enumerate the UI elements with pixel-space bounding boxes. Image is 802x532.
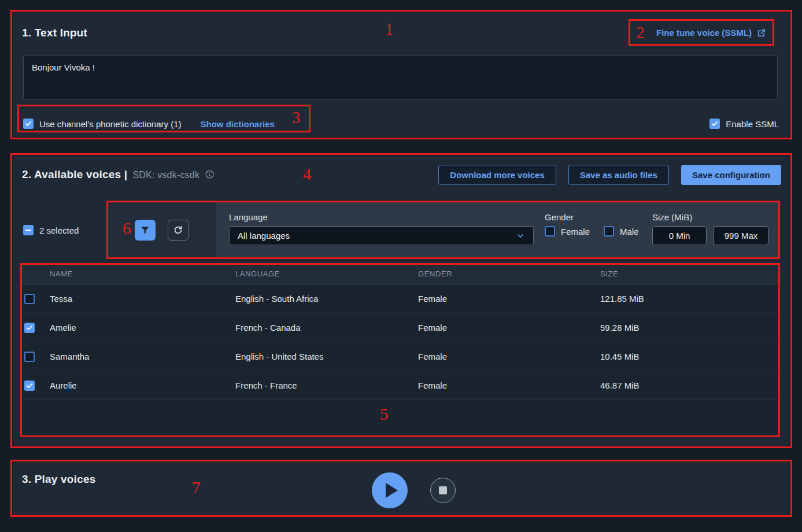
available-voices-title: 2. Available voices | SDK: vsdk-csdk [22,168,215,181]
external-link-icon [757,28,766,38]
voices-table-header: NAME LANGUAGE GENDER SIZE [20,264,781,285]
male-filter-item: Male [604,226,639,237]
male-label: Male [620,227,639,237]
voice-language: French - France [235,380,418,390]
refresh-icon [173,225,183,235]
chevron-down-icon [516,231,525,241]
male-checkbox[interactable] [604,226,614,237]
enable-ssml-group: Enable SSML [709,119,779,129]
voice-gender: Female [418,323,600,332]
stop-icon [439,486,447,494]
voice-name: Aurelie [50,380,235,390]
voice-gender: Female [418,294,600,304]
voice-name: Amelie [50,323,235,332]
voice-size: 10.45 MiB [600,352,781,361]
fine-tune-voice-label: Fine tune voice (SSML) [656,28,752,38]
filter-fields-group: Language All languages Gender Female [216,201,780,259]
voice-language: English - South Africa [235,294,418,304]
available-voices-title-text: 2. Available voices | [22,168,127,181]
header-name: NAME [50,269,235,278]
gender-filter-group: Female Male [545,226,639,237]
enable-ssml-label: Enable SSML [726,119,779,129]
female-label: Female [561,227,590,237]
voice-language: English - United States [235,352,418,361]
voice-row[interactable]: TessaEnglish - South AfricaFemale121.85 … [20,285,781,313]
info-icon[interactable] [205,169,215,182]
voice-gender: Female [418,352,600,361]
header-size: SIZE [600,269,781,278]
voice-name: Tessa [50,294,235,304]
header-gender: GENDER [418,269,600,278]
voices-actions: Download more voices Save as audio files… [438,165,781,185]
save-configuration-button[interactable]: Save configuration [681,165,781,185]
phonetic-dictionary-label: Use channel's phonetic dictionary (1) [39,119,182,129]
voice-row-checkbox[interactable] [24,352,35,362]
selected-count-label: 2 selected [39,226,79,235]
voice-gender: Female [418,380,600,390]
female-checkbox[interactable] [545,226,555,237]
refresh-button[interactable] [168,220,189,241]
selection-summary: 2 selected [23,225,79,235]
enable-ssml-checkbox[interactable] [709,119,720,129]
play-voices-title: 3. Play voices [22,473,95,486]
play-voices-panel: 3. Play voices [13,462,789,515]
female-filter-item: Female [545,226,590,237]
voice-size: 121.85 MiB [600,294,781,304]
text-input-panel: 1. Text Input Fine tune voice (SSML) Bon… [13,12,789,137]
header-language: LANGUAGE [235,269,418,278]
gender-filter-label: Gender [545,212,574,222]
tts-text-input[interactable]: Bonjour Vivoka ! [23,55,778,99]
voice-row-checkbox[interactable] [24,294,35,304]
voice-size: 59.28 MiB [600,323,781,332]
select-all-checkbox[interactable] [23,225,34,235]
show-dictionaries-link[interactable]: Show dictionaries [201,119,275,129]
voices-table: NAME LANGUAGE GENDER SIZE TessaEnglish -… [20,264,781,438]
voice-language: French - Canada [235,323,418,332]
filter-buttons-group [106,201,216,259]
play-button[interactable] [372,472,408,508]
size-min-input[interactable] [652,226,707,245]
voice-row-checkbox[interactable] [24,380,35,391]
language-filter-label: Language [229,212,268,222]
available-voices-panel: 2. Available voices | SDK: vsdk-csdk Dow… [13,156,789,446]
voices-filter-bar: Language All languages Gender Female [106,201,780,259]
stop-button[interactable] [430,478,456,503]
tts-configuration-page: 1. Text Input Fine tune voice (SSML) Bon… [0,0,802,532]
voice-row[interactable]: AmelieFrench - CanadaFemale59.28 MiB [20,313,781,342]
size-max-input[interactable] [714,226,768,245]
voice-row[interactable]: SamanthaEnglish - United StatesFemale10.… [20,342,781,371]
text-input-title: 1. Text Input [22,27,87,39]
language-select-value: All languages [238,231,290,241]
voice-row-checkbox[interactable] [24,323,35,333]
download-more-voices-button[interactable]: Download more voices [438,165,556,185]
size-filter-label: Size (MiB) [652,212,692,222]
voices-table-body: TessaEnglish - South AfricaFemale121.85 … [20,285,781,400]
voice-size: 46.87 MiB [600,380,781,390]
funnel-icon [140,225,150,235]
text-input-options-row: Use channel's phonetic dictionary (1) Sh… [23,113,779,134]
voice-name: Samantha [50,352,235,361]
save-as-audio-files-button[interactable]: Save as audio files [568,165,669,185]
voice-row[interactable]: AurelieFrench - FranceFemale46.87 MiB [20,371,781,400]
phonetic-dictionary-checkbox[interactable] [23,119,34,129]
sdk-label: SDK: vsdk-csdk [132,170,199,180]
filter-button[interactable] [135,220,156,241]
fine-tune-voice-link[interactable]: Fine tune voice (SSML) [656,28,766,38]
language-select[interactable]: All languages [229,226,534,245]
play-icon [386,483,398,498]
